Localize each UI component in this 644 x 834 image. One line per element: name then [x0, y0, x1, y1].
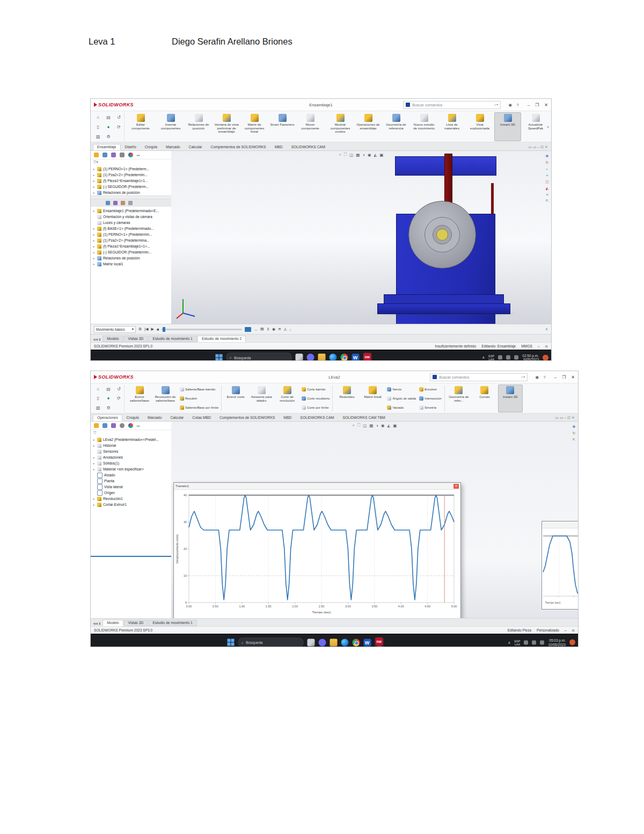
task-view-icon[interactable]: [307, 639, 314, 646]
motion-results-icon[interactable]: [113, 201, 118, 205]
tab-calcular[interactable]: Calcular: [185, 144, 207, 150]
expand-arrow-icon[interactable]: ▸: [92, 191, 96, 194]
undo-icon[interactable]: ↺: [117, 115, 121, 120]
pan-icon[interactable]: ✥: [546, 154, 549, 158]
tab-calcular[interactable]: Calcular: [166, 415, 188, 421]
tray-chevron-icon[interactable]: ∧: [482, 356, 485, 360]
expand-arrow-icon[interactable]: ▸: [92, 461, 96, 465]
battery-icon[interactable]: [540, 640, 544, 644]
collapse-strip-icon[interactable]: ⇱: [573, 438, 576, 442]
quick-access-toolbar[interactable]: ⌂▤↺ ▯●⟳ ▧⚙: [93, 385, 125, 412]
edge-icon[interactable]: [329, 354, 336, 361]
tree-item[interactable]: ▸LEva2 (Predeterminado<<Predet...: [92, 437, 171, 443]
slider-thumb[interactable]: [163, 327, 165, 332]
tab-dise-o[interactable]: Diseño: [121, 144, 141, 150]
ribbon-button-recubrir[interactable]: Recubrir: [180, 396, 218, 401]
doc-tab-estudio-de-movimiento-2[interactable]: Estudio de movimiento 2: [197, 336, 246, 342]
close-icon[interactable]: ✕: [544, 103, 548, 107]
volume-icon[interactable]: [532, 640, 536, 644]
keyboard-language[interactable]: ESPLAA: [514, 639, 520, 646]
expand-arrow-icon[interactable]: ▸: [92, 250, 96, 254]
command-search-input[interactable]: Buscar comandos ⌕▾: [403, 101, 501, 109]
word-icon[interactable]: W: [352, 354, 359, 361]
tab-solidworks-cam[interactable]: SOLIDWORKS CAM: [287, 144, 330, 150]
tab-operaciones[interactable]: Operaciones: [93, 415, 122, 421]
expand-arrow-icon[interactable]: ▸: [92, 444, 96, 447]
tree-item[interactable]: ▸Historial: [92, 443, 171, 448]
doc-tab-modelo[interactable]: Modelo: [103, 620, 123, 626]
tree-item[interactable]: ▸Relaciones de posición: [92, 255, 171, 261]
close-icon[interactable]: ✕: [571, 375, 575, 380]
print-icon[interactable]: ▧: [96, 134, 100, 139]
command-search-input[interactable]: Buscar comandos ⌕▾: [430, 373, 528, 381]
ribbon-button-curvas[interactable]: Curvas: [472, 385, 497, 412]
ribbon-button-extruir-corte[interactable]: Extruir corte: [223, 385, 248, 412]
zoom-icon[interactable]: ⌕: [546, 167, 548, 171]
tree-item[interactable]: ▸(1) PERNO<1> (Predetermin...: [92, 231, 171, 237]
file-explorer-icon[interactable]: [330, 639, 337, 646]
tree-item[interactable]: Orientación y vistas de cámara: [92, 214, 171, 220]
new-icon[interactable]: ▯: [97, 125, 99, 129]
ribbon-button-saliente-base-barrido[interactable]: Saliente/Base barrido: [180, 387, 218, 391]
tree-item[interactable]: ▸Material <sin especificar>: [92, 466, 171, 472]
featuremanager-tab-icon[interactable]: [94, 423, 99, 428]
ribbon-button-insertar-componentes[interactable]: Insertar componentes: [157, 112, 184, 141]
tab-croquis[interactable]: Croquis: [122, 415, 143, 421]
new-icon[interactable]: ▯: [97, 396, 99, 401]
options-icon[interactable]: ⚙: [106, 134, 110, 139]
edge-icon[interactable]: [341, 639, 348, 646]
expand-arrow-icon[interactable]: ▸: [92, 179, 96, 183]
search-icon[interactable]: ⌕▾: [494, 103, 498, 107]
notification-badge[interactable]: [569, 640, 575, 646]
ribbon-button-operaciones-de-ensamblaje[interactable]: Operaciones de ensamblaje: [355, 112, 382, 141]
zoom-fit-icon[interactable]: ⌕: [339, 152, 341, 157]
start-button[interactable]: [227, 639, 234, 646]
tab-solidworks-cam-tbm[interactable]: SOLIDWORKS CAM TBM: [338, 415, 389, 421]
scene-icon[interactable]: ▣: [379, 153, 383, 157]
panel-expand-icon[interactable]: ▸▸: [137, 424, 140, 427]
tree-item[interactable]: ▸Matriz local1: [92, 261, 171, 267]
expand-arrow-icon[interactable]: ▸: [92, 256, 96, 260]
featuremanager-tab-icon[interactable]: [94, 153, 99, 157]
ribbon-button-envolver[interactable]: Envolver: [419, 387, 442, 391]
section-view-icon[interactable]: ◫: [363, 423, 367, 428]
plot-window-trazado2[interactable]: Tiempo (sec): [541, 521, 578, 610]
view-orientation-icon[interactable]: ▦: [369, 423, 373, 428]
task-view-icon[interactable]: [295, 354, 303, 361]
display-style-icon[interactable]: ◑: [362, 153, 365, 157]
doc-tab-vistas-3d[interactable]: Vistas 3D: [124, 336, 148, 342]
plot-window-trazado1[interactable]: Trazado1 ✕ 0.000.501.001.502.002.503.003…: [173, 482, 461, 618]
display-style-icon[interactable]: ◑: [376, 423, 378, 428]
playback-value-box[interactable]: [245, 327, 251, 332]
units-badge[interactable]: MMGS: [521, 344, 532, 348]
hide-show-icon[interactable]: ◉: [381, 423, 385, 428]
plot-titlebar[interactable]: [542, 521, 578, 528]
tree-item[interactable]: ▸(1) PERNO<1> (Predeterm...: [92, 166, 171, 172]
zoom-fit-icon[interactable]: ⌕: [353, 423, 355, 428]
tree-item[interactable]: ▸Anotaciones: [92, 454, 171, 460]
tab-mbd[interactable]: MBD: [270, 144, 287, 150]
study-type-select[interactable]: Movimiento básico▾: [94, 326, 136, 333]
chrome-icon[interactable]: [340, 354, 348, 361]
print-icon[interactable]: ▧: [96, 405, 100, 410]
expand-arrow-icon[interactable]: ▸: [92, 497, 96, 501]
status-tag-icon[interactable]: ⊙: [572, 628, 575, 633]
tab-complementos-de-solidworks[interactable]: Complementos de SOLIDWORKS: [207, 144, 270, 150]
tree-item[interactable]: ▸Ensamblaje1 (Predeterminado<E...: [92, 208, 171, 214]
propertymanager-tab-icon[interactable]: [103, 423, 107, 428]
pan-icon[interactable]: ✥: [573, 425, 576, 429]
panel-divider[interactable]: [91, 195, 171, 199]
tree-item[interactable]: ▸(-) SEGUIDOR (Predetermin...: [92, 249, 171, 255]
ribbon-button-relaciones-de-posici-n[interactable]: Relaciones de posición: [185, 112, 212, 141]
ribbon-button-asistente-para-taladro[interactable]: Asistente para taladro: [249, 385, 274, 412]
tree-item[interactable]: ▸(f) Pieza1^Ensamblaje1<1>...: [92, 243, 171, 249]
motor-icon[interactable]: ◉: [272, 327, 275, 331]
start-button[interactable]: [215, 354, 222, 361]
ribbon-button-corte-recubierto[interactable]: Corte recubierto: [302, 396, 330, 401]
rebuild-icon[interactable]: ⟳: [117, 125, 121, 129]
ribbon-overflow-icon[interactable]: »: [547, 125, 549, 129]
tab-complementos-de-solidworks[interactable]: Complementos de SOLIDWORKS: [215, 415, 279, 421]
tree-item[interactable]: Sensores: [92, 448, 171, 454]
tree-item[interactable]: ▸Revolución1: [92, 496, 171, 502]
keyboard-language[interactable]: ESPLAA: [488, 354, 494, 361]
